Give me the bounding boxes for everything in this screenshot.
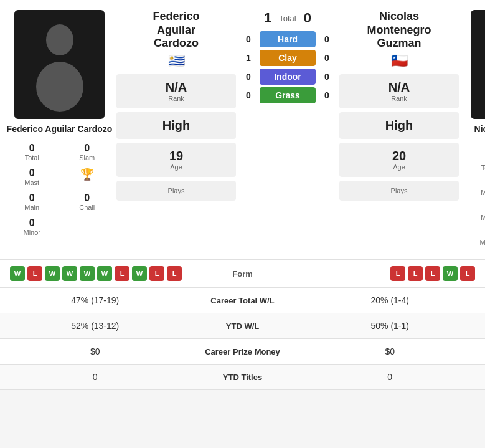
player1-plays-label: Plays (168, 187, 185, 194)
player1-total-cell: 0 Total (5, 140, 59, 164)
grass-score-left: 0 (242, 90, 255, 100)
titles-row: 0 YTD Titles 0 (0, 365, 485, 390)
clay-score-left: 1 (242, 53, 255, 63)
form-badge-p1: W (62, 266, 77, 281)
career-wl-left: 47% (17-19) (10, 295, 181, 305)
player1-main-value: 0 (29, 193, 35, 204)
clay-score-right: 0 (321, 53, 333, 63)
form-badge-p1: L (115, 266, 129, 281)
player1-rank-value: N/A (166, 80, 187, 95)
prize-left: $0 (10, 346, 181, 356)
player2-main-cell: 0 Main (461, 200, 485, 224)
svg-point-1 (36, 62, 83, 112)
player2-card: Nicolas Montenegro Guzman 0 Total 0 Slam… (461, 10, 485, 249)
player1-minor-cell: 0 Minor (5, 215, 59, 239)
player2-high-row: High (339, 112, 459, 139)
ytd-wl-label: YTD W/L (181, 322, 305, 331)
player2-mast-cell: 0 Mast (461, 175, 485, 199)
player2-name: Nicolas Montenegro Guzman (461, 124, 485, 144)
form-badge-p1: W (132, 266, 147, 281)
form-badge-p2: L (425, 266, 440, 281)
player1-high-row: High (116, 112, 236, 139)
player1-trophy-cell: 🏆 (60, 165, 115, 189)
player2-flag: 🇨🇱 (367, 53, 431, 69)
player2-mast-label: Mast (481, 189, 485, 196)
player1-mast-value: 0 (29, 168, 35, 179)
indoor-score-left: 0 (242, 72, 255, 82)
titles-right: 0 (305, 372, 476, 382)
hard-badge: Hard (260, 31, 316, 47)
hard-score-left: 0 (242, 34, 255, 44)
player1-plays-row: Plays (116, 181, 236, 201)
form-badge-p1: L (149, 266, 164, 281)
clay-row: 1 Clay 0 (242, 50, 333, 66)
titles-left: 0 (10, 372, 181, 382)
player1-age-label: Age (170, 163, 182, 171)
form-badge-p1: W (10, 266, 25, 281)
player1-total-value: 0 (29, 143, 35, 154)
player1-mast-label: Mast (24, 179, 39, 186)
indoor-score-right: 0 (321, 72, 333, 82)
player2-age-row: 20 Age (339, 143, 459, 177)
player1-high-value: High (162, 118, 190, 133)
career-wl-row: 47% (17-19) Career Total W/L 20% (1-4) (0, 288, 485, 313)
player2-main-label: Main (481, 214, 485, 221)
player1-slam-value: 0 (84, 143, 90, 154)
indoor-badge: Indoor (260, 69, 316, 85)
clay-badge: Clay (260, 50, 316, 66)
form-badge-p2: L (460, 266, 475, 281)
prize-right: $0 (305, 346, 476, 356)
indoor-row: 0 Indoor 0 (242, 69, 333, 85)
form-badge-p2: L (408, 266, 423, 281)
svg-point-0 (46, 24, 73, 55)
player2-plays-label: Plays (391, 187, 408, 194)
grass-score-right: 0 (321, 90, 333, 100)
player1-slam-label: Slam (79, 154, 95, 161)
player2-form: LLLWL (293, 266, 476, 281)
player1-total-label: Total (25, 154, 39, 161)
ytd-wl-row: 52% (13-12) YTD W/L 50% (1-1) (0, 313, 485, 339)
stats-table: WLWWWWLWLL Form LLLWL 47% (17-19) Career… (0, 259, 485, 390)
player1-form: WLWWWWLWLL (10, 266, 193, 281)
player2-age-value: 20 (392, 149, 406, 163)
player1-chall-value: 0 (84, 193, 90, 204)
player2-rank-row: N/A Rank (339, 74, 459, 108)
player1-minor-label: Minor (23, 229, 40, 236)
form-badge-p1: W (80, 266, 95, 281)
player2-rank-value: N/A (388, 80, 410, 95)
career-wl-label: Career Total W/L (181, 296, 305, 305)
player1-chall-cell: 0 Chall (60, 190, 115, 214)
player2-name-block: Nicolas Montenegro Guzman 🇨🇱 (367, 10, 431, 69)
form-badge-p1: W (45, 266, 60, 281)
player2-minor-label: Minor (479, 239, 485, 246)
player1-stats-grid: 0 Total 0 Slam 0 Mast 🏆 0 Main (5, 140, 114, 239)
player1-chall-label: Chall (79, 204, 95, 211)
player1-slam-cell: 0 Slam (60, 140, 115, 164)
total-score-right: 0 (304, 10, 311, 26)
player2-middle-panel: Nicolas Montenegro Guzman 🇨🇱 N/A Rank Hi… (337, 10, 461, 249)
player1-rank-row: N/A Rank (116, 74, 236, 108)
ytd-wl-left: 52% (13-12) (10, 321, 181, 331)
form-badge-p2: W (443, 266, 458, 281)
total-row: 1 Total 0 (242, 10, 333, 26)
player1-card: Federico Aguilar Cardozo 0 Total 0 Slam … (5, 10, 114, 249)
player1-display-name: Federico Aguilar Cardozo (153, 10, 199, 50)
player1-rank-label: Rank (168, 95, 184, 102)
player2-minor-cell: 0 Minor (461, 225, 485, 249)
prize-row: $0 Career Prize Money $0 (0, 339, 485, 365)
prize-label: Career Prize Money (181, 347, 305, 356)
player1-age-value: 19 (169, 149, 183, 163)
player1-flag: 🇺🇾 (153, 53, 199, 69)
titles-label: YTD Titles (181, 373, 305, 382)
total-score-left: 1 (264, 10, 271, 26)
player1-name-block: Federico Aguilar Cardozo 🇺🇾 (153, 10, 199, 69)
form-badge-p1: L (27, 266, 42, 281)
main-container: Federico Aguilar Cardozo 0 Total 0 Slam … (0, 0, 485, 390)
form-badge-p1: L (167, 266, 182, 281)
grass-badge: Grass (260, 87, 316, 103)
form-badge-p2: L (390, 266, 405, 281)
form-row: WLWWWWLWLL Form LLLWL (0, 260, 485, 288)
player1-main-cell: 0 Main (5, 190, 59, 214)
player-comparison: Federico Aguilar Cardozo 0 Total 0 Slam … (0, 0, 485, 259)
center-column: 1 Total 0 0 Hard 0 1 Clay 0 0 Indoor 0 0 (238, 10, 337, 249)
